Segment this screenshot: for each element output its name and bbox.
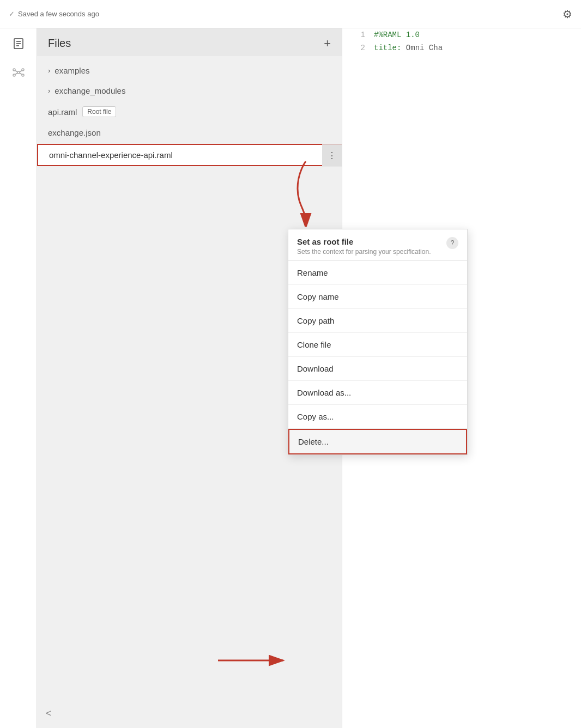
graph-sidebar-icon[interactable] [11, 65, 26, 80]
checkmark-icon: ✓ [9, 10, 15, 18]
files-header: Files + [37, 28, 342, 56]
files-panel-title: Files [48, 37, 71, 50]
folder-exchange-modules[interactable]: › exchange_modules [37, 81, 342, 101]
omni-channel-label: omni-channel-experience-api.raml [49, 150, 173, 160]
folder-arrow-examples: › [48, 66, 50, 75]
add-file-button[interactable]: + [324, 38, 331, 50]
context-menu-title: Set as root file [297, 237, 431, 246]
three-dots-icon: ⋮ [328, 150, 336, 160]
svg-point-6 [22, 69, 24, 71]
api-raml-label: api.raml [48, 107, 77, 117]
editor-line-2: 2 title: Omni Cha [342, 41, 581, 54]
line2-key: title: [374, 44, 401, 52]
back-arrow[interactable]: < [46, 708, 52, 719]
help-button[interactable]: ? [446, 237, 458, 249]
file-api-raml[interactable]: api.raml Root file [37, 101, 342, 123]
root-file-badge: Root file [82, 106, 116, 117]
line-content-1: #%RAML 1.0 [374, 31, 420, 39]
menu-item-download[interactable]: Download [288, 357, 467, 380]
icon-sidebar [0, 28, 37, 728]
menu-item-rename[interactable]: Rename [288, 261, 467, 284]
saved-status-text: Saved a few seconds ago [18, 10, 99, 18]
top-right-icon: ⚙ [562, 8, 572, 21]
svg-line-12 [20, 73, 22, 75]
context-menu-header: Set as root file Sets the context for pa… [288, 229, 467, 260]
svg-point-8 [22, 74, 24, 76]
svg-point-5 [13, 69, 15, 71]
svg-line-10 [20, 71, 22, 72]
line-content-2: title: Omni Cha [374, 44, 443, 52]
folder-examples[interactable]: › examples [37, 60, 342, 81]
top-bar: ✓ Saved a few seconds ago ⚙ [0, 0, 581, 28]
svg-point-7 [13, 74, 15, 76]
saved-status: ✓ Saved a few seconds ago [9, 10, 99, 18]
line-number-2: 2 [349, 44, 365, 52]
context-menu: Set as root file Sets the context for pa… [288, 229, 468, 455]
folder-examples-label: examples [55, 66, 89, 75]
menu-item-clone-file[interactable]: Clone file [288, 333, 467, 356]
menu-item-copy-path[interactable]: Copy path [288, 309, 467, 332]
file-exchange-json[interactable]: exchange.json [37, 123, 342, 143]
context-menu-trigger[interactable]: ⋮ [322, 144, 342, 166]
menu-item-download-as[interactable]: Download as... [288, 381, 467, 404]
svg-point-4 [17, 71, 20, 74]
selected-file-row: omni-channel-experience-api.raml ⋮ [37, 144, 342, 166]
line-number-1: 1 [349, 31, 365, 39]
svg-line-11 [15, 73, 17, 75]
context-menu-header-content: Set as root file Sets the context for pa… [297, 237, 431, 257]
file-omni-channel[interactable]: omni-channel-experience-api.raml [37, 144, 342, 166]
line2-value: Omni Cha [406, 44, 443, 52]
menu-item-copy-name[interactable]: Copy name [288, 285, 467, 308]
folder-exchange-label: exchange_modules [55, 86, 125, 95]
menu-item-delete[interactable]: Delete... [288, 429, 467, 454]
folder-arrow-exchange: › [48, 87, 50, 95]
exchange-json-label: exchange.json [48, 128, 101, 137]
files-sidebar-icon[interactable] [12, 37, 25, 50]
editor-line-1: 1 #%RAML 1.0 [342, 28, 581, 41]
svg-line-9 [15, 71, 17, 72]
context-menu-subtitle: Sets the context for parsing your specif… [297, 247, 431, 257]
file-tree: › examples › exchange_modules api.raml R… [37, 56, 342, 172]
menu-item-copy-as[interactable]: Copy as... [288, 405, 467, 428]
